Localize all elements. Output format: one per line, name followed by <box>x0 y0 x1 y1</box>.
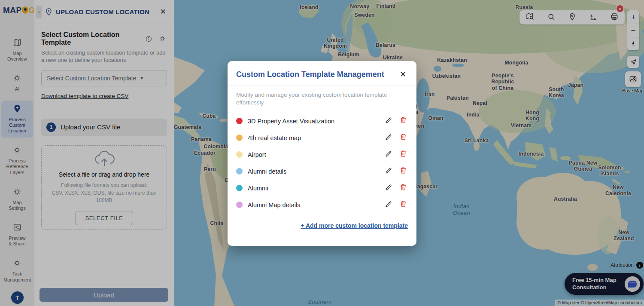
template-row: Airport <box>236 146 408 163</box>
trash-icon <box>399 150 407 159</box>
delete-template-button[interactable] <box>398 167 408 176</box>
modal-subtitle: Modify and manage your existing custom l… <box>236 91 399 107</box>
delete-template-button[interactable] <box>398 184 408 193</box>
add-template-link[interactable]: + Add more custom location template <box>301 222 408 229</box>
pencil-icon <box>385 150 393 159</box>
template-row: Alumni details <box>236 163 408 180</box>
template-name: Alumni Map details <box>248 202 379 208</box>
edit-template-button[interactable] <box>384 184 393 193</box>
pencil-icon <box>385 183 393 193</box>
delete-template-button[interactable] <box>398 133 408 143</box>
template-color-dot <box>236 185 243 191</box>
template-row: 4th real estate map <box>236 129 408 146</box>
edit-template-button[interactable] <box>384 116 393 126</box>
edit-template-button[interactable] <box>384 200 393 210</box>
pencil-icon <box>385 200 393 210</box>
template-list: 3D Property Asset Visualization4th real … <box>236 113 408 213</box>
trash-icon <box>399 183 407 193</box>
template-color-dot <box>236 202 243 208</box>
trash-icon <box>399 200 407 210</box>
pencil-icon <box>385 166 393 176</box>
template-color-dot <box>236 168 243 174</box>
template-color-dot <box>236 135 243 141</box>
template-color-dot <box>236 118 243 124</box>
mapog-app: IcelandNorwayFinlandSwedenRussiaUnited K… <box>0 0 644 306</box>
edit-template-button[interactable] <box>384 167 393 176</box>
template-name: Alumni details <box>248 168 379 175</box>
edit-template-button[interactable] <box>384 133 393 143</box>
modal-title: Custom Location Template Management <box>236 70 398 79</box>
template-row: 3D Property Asset Visualization <box>236 113 408 129</box>
delete-template-button[interactable] <box>398 200 408 210</box>
template-name: Airport <box>248 151 379 158</box>
template-name: Alumnii <box>248 185 379 192</box>
template-color-dot <box>236 151 243 158</box>
template-name: 4th real estate map <box>248 135 379 141</box>
delete-template-button[interactable] <box>398 150 408 159</box>
pencil-icon <box>385 133 393 143</box>
close-modal-button[interactable]: ✕ <box>398 69 408 80</box>
template-management-modal: Custom Location Template Management ✕ Mo… <box>228 61 416 246</box>
pencil-icon <box>385 116 393 126</box>
delete-template-button[interactable] <box>398 116 408 126</box>
template-row: Alumnii <box>236 180 408 196</box>
template-name: 3D Property Asset Visualization <box>248 118 379 125</box>
trash-icon <box>399 133 407 143</box>
trash-icon <box>399 116 407 126</box>
template-row: Alumni Map details <box>236 196 408 213</box>
edit-template-button[interactable] <box>384 150 393 159</box>
trash-icon <box>399 166 407 176</box>
